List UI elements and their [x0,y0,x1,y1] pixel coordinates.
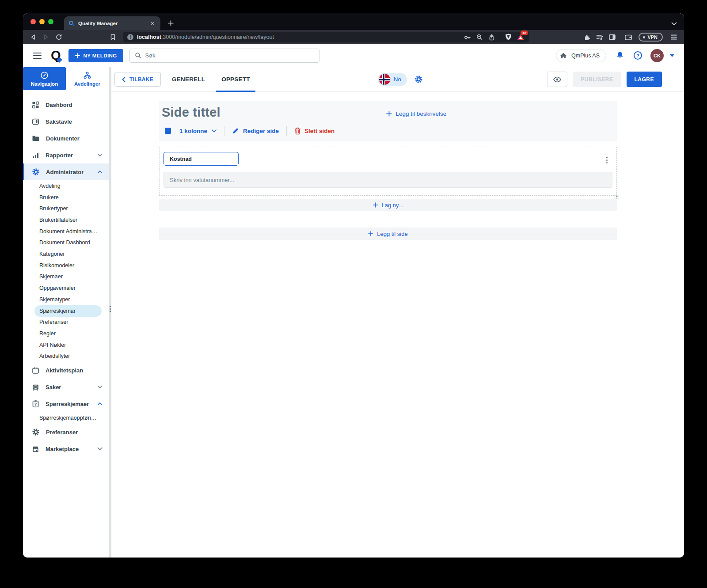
question-card[interactable] [159,147,617,196]
site-info-icon[interactable]: ! [127,34,133,40]
chevron-up-icon [97,402,103,406]
new-tab-button[interactable] [167,20,174,27]
sidebar-subitem-oppgavemaler[interactable]: Oppgavemaler [23,282,109,294]
sidebar-resize-divider[interactable] [109,67,111,558]
help-icon[interactable]: ? [634,51,642,60]
app-logo[interactable]: Q [51,49,61,62]
sidebar-item-rapporter[interactable]: Rapporter [23,147,109,163]
maximize-window-button[interactable] [48,19,53,24]
new-message-button[interactable]: NY MELDING [68,49,123,62]
sidebar-subitem-skjemaer[interactable]: Skjemaer [23,271,109,283]
sidebar-subitem-brukere[interactable]: Brukere [23,192,109,203]
sidebar-subitem-dokument-administra[interactable]: Dokument Administra… [23,226,109,237]
gear-icon [32,428,40,436]
column-selector[interactable]: 1 kolonne [165,128,217,134]
tab-list-chevron-icon[interactable] [671,22,677,26]
chevron-down-icon [97,153,103,157]
delete-page-button[interactable]: Slett siden [294,127,334,135]
add-page-button[interactable]: Legg til side [159,228,617,240]
organization-button[interactable]: QmPlus AS [556,49,606,62]
settings-gear-icon[interactable] [414,75,423,83]
notifications-bell-icon[interactable] [616,51,624,60]
sidebar-nav-list: Dashbord Sakstavle Dokumenter Rapporter [23,90,109,457]
sidebar-item-preferanser[interactable]: Preferanser [23,424,109,440]
language-selector[interactable]: No [378,73,407,86]
sidebar-subitem-kategorier[interactable]: Kategorier [23,248,109,260]
save-button[interactable]: LAGRE [627,72,662,87]
sidebar-item-sakstavle[interactable]: Sakstavle [23,113,109,130]
page-title[interactable]: Side tittel [162,105,220,120]
brave-shield-icon[interactable] [504,33,513,42]
saved-password-key-icon[interactable] [463,33,471,42]
sidebar-subitem-avdeling[interactable]: Avdeling [23,180,109,192]
sidebar-item-dokumenter[interactable]: Dokumenter [23,130,109,147]
vpn-button[interactable]: VPN [639,33,663,42]
question-value-input[interactable] [163,172,612,188]
sidebar-subitem-brukertillatelser[interactable]: Brukertillatelser [23,214,109,226]
sidebar-item-administrator[interactable]: Administrator [23,163,109,180]
organization-name: QmPlus AS [571,53,600,59]
sidebar-toggle-icon[interactable] [608,33,616,42]
bookmark-icon[interactable] [108,33,117,42]
sidebar-subitem-api-nokler[interactable]: API Nøkler [23,339,109,351]
question-label-input[interactable] [163,152,239,166]
minimize-window-button[interactable] [39,19,45,24]
folder-icon [32,135,40,142]
page-controls: 1 kolonne Rediger side Slet [162,125,612,136]
back-button[interactable]: TILBAKE [114,72,161,87]
user-avatar[interactable]: CK [650,49,664,62]
sidebar-subitem-regler[interactable]: Regler [23,328,109,339]
sidebar-subitem-skjematyper[interactable]: Skjematyper [23,294,109,305]
reload-icon[interactable] [54,33,63,42]
question-kebab-menu-icon[interactable] [606,157,608,163]
sidebar-item-aktivitetsplan[interactable]: Aktivitetsplan [23,362,109,379]
close-window-button[interactable] [30,19,36,24]
preview-eye-button[interactable] [547,72,567,87]
back-icon[interactable] [29,33,38,42]
app-menu-icon[interactable] [33,53,42,59]
browser-menu-icon[interactable] [669,33,678,42]
sidebar-item-saker[interactable]: Saker [23,379,109,395]
wallet-icon[interactable] [624,33,633,42]
sidebar-tab-avdelinger[interactable]: Avdelinger [66,67,109,90]
forward-icon[interactable] [42,33,50,42]
sidebar-tabs: Navigasjon Avdelinger [23,67,109,90]
sidebar-subitem-sporreskjemaoppforing[interactable]: Spørreskjemaoppføri… [23,412,109,424]
divider-drag-handle-icon[interactable] [110,306,111,312]
resize-grip-icon[interactable] [614,194,619,199]
sidebar-subitem-arbeidsflyter[interactable]: Arbeidsflyter [23,351,109,362]
publish-button[interactable]: PUBLISERE [573,72,620,87]
playlist-icon[interactable] [595,33,604,42]
sidebar-subitem-risikomodeler[interactable]: Risikomodeler [23,260,109,271]
account-chevron-down-icon[interactable] [670,54,674,57]
org-chart-icon [83,71,91,80]
sidebar-subitem-dokument-dashbord[interactable]: Dokument Dashbord [23,237,109,248]
clipboard-question-icon: ? [32,400,39,408]
tab-oppsett[interactable]: OPPSETT [216,67,255,92]
add-description-link[interactable]: Legg til beskrivelse [220,110,612,117]
sidebar-subitem-preferanser[interactable]: Preferanser [23,317,109,328]
extensions-puzzle-icon[interactable] [582,33,591,42]
search-input[interactable] [145,52,314,59]
sidebar-item-sporreskjemaer[interactable]: ? Spørreskjemaer [23,395,109,412]
add-new-question-button[interactable]: Lag ny... [159,199,617,211]
share-icon[interactable] [487,33,496,42]
brave-rewards-icon[interactable]: 12 [516,33,525,42]
url-bar[interactable]: ! localhost:3000/module/admin/questionna… [123,32,529,42]
language-group: No [378,73,423,86]
sidebar-item-dashbord[interactable]: Dashbord [23,96,109,113]
norway-flag-icon [379,73,391,85]
sidebar-subitem-sporreskjemar[interactable]: Spørreskjemar [34,305,102,317]
tab-close-icon[interactable]: × [149,19,156,27]
sidebar-item-marketplace[interactable]: Marketplace [23,440,109,457]
search-box[interactable] [129,49,319,63]
browser-tab[interactable]: Quality Manager × [64,16,160,30]
column-icon [165,128,171,134]
browser-window: Quality Manager × ! localhost:3000/modul… [23,13,684,558]
sidebar-tab-navigasjon[interactable]: Navigasjon [23,67,66,90]
main-panel: TILBAKE GENERELL OPPSETT No PUBLISERE [111,67,684,558]
zoom-out-icon[interactable] [475,33,484,42]
edit-page-button[interactable]: Rediger side [232,127,279,134]
tab-generell[interactable]: GENERELL [167,67,210,92]
sidebar-subitem-brukertyper[interactable]: Brukertyper [23,203,109,214]
